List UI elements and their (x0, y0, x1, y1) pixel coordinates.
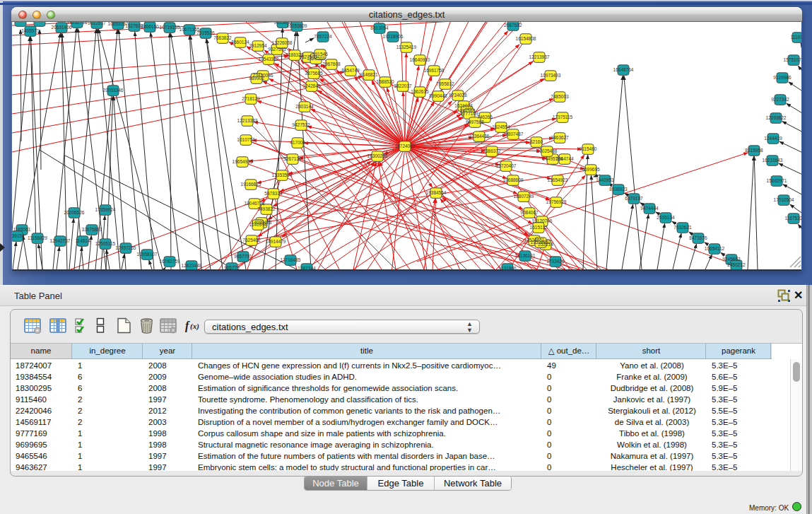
svg-text:16640910: 16640910 (410, 57, 430, 62)
svg-text:21364436: 21364436 (469, 134, 490, 139)
svg-text:13654923: 13654923 (548, 177, 568, 182)
svg-text:8660124: 8660124 (231, 40, 249, 45)
svg-text:9115460: 9115460 (579, 146, 597, 151)
svg-text:10543382: 10543382 (259, 57, 279, 62)
svg-text:16154808: 16154808 (516, 36, 536, 41)
svg-text:15692971: 15692971 (767, 178, 787, 183)
svg-text:9463627: 9463627 (551, 135, 569, 140)
svg-text:1588520: 1588520 (376, 79, 394, 84)
svg-text:191546: 191546 (312, 52, 328, 57)
svg-text:3267130: 3267130 (283, 156, 302, 161)
svg-text:965779: 965779 (224, 265, 240, 269)
svg-text:19756928: 19756928 (546, 199, 567, 204)
svg-text:20053346: 20053346 (103, 88, 124, 93)
svg-text:2450212: 2450212 (727, 262, 746, 267)
svg-text:3912954: 3912954 (249, 43, 267, 48)
svg-text:10958107: 10958107 (137, 252, 158, 257)
svg-text:1185061: 1185061 (13, 227, 31, 232)
svg-text:19166825: 19166825 (241, 182, 261, 187)
svg-text:7485003: 7485003 (551, 94, 569, 99)
svg-text:18252718: 18252718 (67, 22, 88, 25)
svg-text:9427532: 9427532 (292, 122, 310, 127)
svg-text:9777169: 9777169 (460, 111, 478, 116)
svg-text:10719155: 10719155 (160, 25, 180, 30)
svg-text:2967608: 2967608 (322, 62, 341, 66)
svg-text:5878334: 5878334 (264, 191, 283, 196)
svg-text:746266: 746266 (477, 115, 493, 119)
svg-text:114514: 114514 (75, 238, 90, 243)
svg-text:12942737: 12942737 (50, 238, 71, 243)
svg-text:111974: 111974 (791, 35, 801, 40)
svg-text:11156829: 11156829 (28, 235, 47, 240)
svg-text:12213937: 12213937 (529, 54, 550, 59)
svg-text:3822037: 3822037 (394, 83, 412, 88)
svg-text:10973493: 10973493 (541, 73, 561, 78)
svg-text:1733426: 1733426 (546, 259, 565, 264)
svg-text:1140994: 1140994 (249, 222, 267, 227)
svg-text:12213383: 12213383 (237, 118, 258, 123)
svg-text:18300295: 18300295 (367, 153, 388, 158)
svg-text:6379197: 6379197 (625, 196, 643, 201)
svg-text:16210643: 16210643 (763, 158, 783, 163)
svg-text:13524852: 13524852 (531, 240, 551, 245)
svg-text:9657791: 9657791 (234, 254, 252, 259)
svg-text:2087682: 2087682 (504, 23, 522, 28)
svg-text:8466160: 8466160 (141, 24, 159, 29)
svg-text:12093822: 12093822 (766, 115, 787, 120)
svg-text:1624554: 1624554 (492, 124, 510, 129)
svg-text:9734028: 9734028 (449, 93, 467, 98)
svg-text:13353594: 13353594 (272, 173, 293, 177)
svg-text:1327503: 1327503 (307, 56, 325, 61)
svg-text:13226058: 13226058 (272, 40, 293, 45)
svg-text:1010753: 1010753 (237, 137, 255, 142)
svg-text:9327503: 9327503 (268, 47, 286, 52)
svg-text:1244419: 1244419 (764, 136, 782, 141)
svg-text:8938923: 8938923 (609, 187, 628, 192)
svg-text:2803144: 2803144 (295, 104, 314, 109)
svg-text:14136141: 14136141 (515, 253, 536, 258)
svg-text:20206526: 20206526 (64, 210, 85, 215)
svg-text:8471676: 8471676 (689, 235, 707, 240)
svg-text:11325419: 11325419 (396, 45, 417, 49)
svg-text:14914479: 14914479 (266, 239, 286, 244)
svg-text:17359924: 17359924 (95, 207, 116, 212)
svg-text:7515526: 7515526 (196, 30, 215, 35)
svg-text:9084067: 9084067 (520, 210, 539, 215)
svg-text:10688609: 10688609 (503, 177, 524, 182)
svg-text:7632621: 7632621 (673, 225, 692, 230)
svg-text:19384554: 19384554 (426, 190, 447, 195)
svg-text:16120746: 16120746 (532, 218, 553, 223)
svg-text:3875685: 3875685 (305, 71, 323, 76)
svg-text:9474444: 9474444 (640, 206, 659, 211)
svg-text:1440953: 1440953 (596, 177, 614, 182)
svg-text:13716485: 13716485 (281, 257, 301, 262)
svg-text:2718129: 2718129 (242, 96, 260, 101)
svg-text:3493822: 3493822 (257, 206, 276, 211)
svg-text:12823448: 12823448 (182, 263, 202, 268)
svg-text:20691406: 20691406 (52, 25, 72, 30)
svg-text:18724007: 18724007 (395, 144, 416, 148)
svg-text:15751074: 15751074 (784, 57, 801, 62)
svg-text:1064744: 1064744 (555, 156, 574, 161)
svg-text:1615112: 1615112 (530, 225, 548, 230)
svg-text:19218906: 19218906 (383, 34, 404, 39)
svg-text:17010504: 17010504 (774, 197, 794, 202)
svg-text:1621022: 1621022 (454, 103, 473, 108)
svg-text:417004: 417004 (290, 140, 305, 145)
svg-text:9146821: 9146821 (360, 72, 378, 77)
svg-text:9012517: 9012517 (88, 22, 106, 25)
svg-text:8215958: 8215958 (745, 148, 763, 153)
svg-text:(x): (x) (190, 322, 199, 331)
svg-text:9129986: 9129986 (773, 75, 792, 80)
svg-text:f: f (185, 320, 190, 332)
svg-text:8990448: 8990448 (429, 93, 447, 98)
svg-text:989902: 989902 (249, 76, 264, 81)
svg-text:33975887: 33975887 (82, 227, 102, 232)
svg-text:1405571: 1405571 (21, 28, 40, 33)
svg-text:7663822: 7663822 (213, 35, 232, 40)
svg-text:9131966: 9131966 (498, 266, 517, 269)
svg-text:2935134: 2935134 (657, 215, 675, 220)
svg-text:9242845: 9242845 (302, 83, 321, 88)
svg-text:8454749: 8454749 (341, 68, 360, 73)
svg-text:15720407: 15720407 (496, 163, 517, 168)
